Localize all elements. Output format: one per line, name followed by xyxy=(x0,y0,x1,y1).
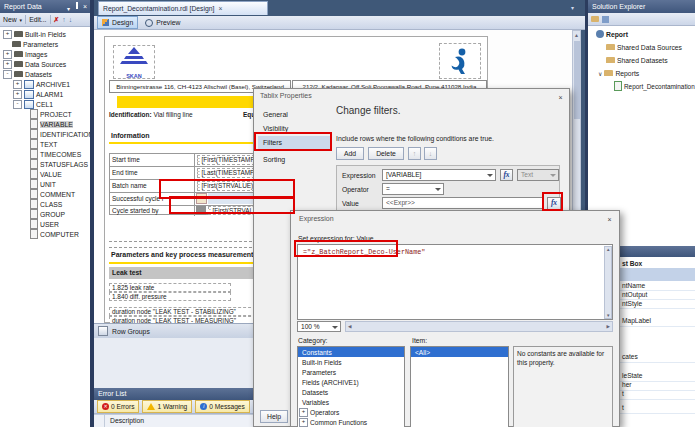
errors-filter-button[interactable]: ✕ 0 Errors xyxy=(97,400,139,413)
property-row[interactable]: t xyxy=(622,404,624,411)
tree-item-group[interactable]: GROUP xyxy=(0,209,90,219)
expander-icon[interactable]: + xyxy=(3,50,12,59)
properties-icon[interactable] xyxy=(602,16,609,23)
move-down-button[interactable]: ↓ xyxy=(424,147,437,160)
tree-item-computer[interactable]: COMPUTER xyxy=(0,229,90,239)
nav-general[interactable]: General xyxy=(258,108,332,121)
close-icon[interactable]: × xyxy=(603,214,616,225)
nav-sorting[interactable]: Sorting xyxy=(258,153,332,166)
scroll-up-icon[interactable]: ▲ xyxy=(606,247,610,252)
tree-item-alarm1[interactable]: +ALARM1 xyxy=(0,89,90,99)
close-icon[interactable]: × xyxy=(554,92,567,103)
move-up-button[interactable]: ↑ xyxy=(408,147,421,160)
document-tab[interactable]: Report_Decontamination.rdl [Design] × xyxy=(98,1,268,15)
logo-cell-left[interactable]: SKAN xyxy=(113,45,155,79)
property-row[interactable]: leState xyxy=(622,372,643,379)
design-tab-button[interactable]: Design xyxy=(97,16,138,29)
add-button[interactable]: Add xyxy=(336,147,364,160)
close-icon[interactable]: × xyxy=(83,0,87,13)
category-item-operators[interactable]: +Operators xyxy=(298,407,404,417)
tab-close-icon[interactable]: × xyxy=(218,5,222,12)
scroll-down-icon[interactable]: ▼ xyxy=(606,313,610,318)
category-item-datasets[interactable]: Datasets xyxy=(298,387,404,397)
tree-item-parameters[interactable]: Parameters xyxy=(0,39,90,49)
move-down-icon[interactable]: ↓ xyxy=(69,16,72,23)
property-row[interactable]: ntOutput xyxy=(622,291,647,298)
tab-overflow-icon[interactable]: ▾ xyxy=(571,4,574,11)
tree-item-unit[interactable]: UNIT xyxy=(0,179,90,189)
tree-item-cel1[interactable]: -CEL1 xyxy=(0,99,90,109)
tree-item-value[interactable]: VALUE xyxy=(0,169,90,179)
expander-icon[interactable]: - xyxy=(13,100,22,109)
scroll-left-icon[interactable]: ◀ xyxy=(348,324,351,329)
solution-item-shared-data-sources[interactable]: Shared Data Sources xyxy=(588,42,695,52)
solution-explorer-titlebar[interactable]: Solution Explorer xyxy=(588,0,695,13)
delete-button[interactable]: Delete xyxy=(368,147,404,160)
tree-item-variable[interactable]: VARIABLE xyxy=(0,119,90,129)
expander-icon[interactable]: + xyxy=(13,90,22,99)
messages-filter-button[interactable]: i 0 Messages xyxy=(195,400,250,413)
tree-item-archive1[interactable]: +ARCHIVE1 xyxy=(0,79,90,89)
tree-item-project[interactable]: PROJECT xyxy=(0,109,90,119)
tree-item-user[interactable]: USER xyxy=(0,219,90,229)
delete-icon[interactable]: ✗ xyxy=(54,16,60,24)
edit-button[interactable]: Edit... xyxy=(29,16,46,23)
pin-icon[interactable] xyxy=(76,2,78,9)
item-all[interactable]: <All> xyxy=(411,347,508,357)
description-column-header[interactable]: Description xyxy=(110,415,144,427)
code-hscrollbar[interactable]: ◀ ▶ xyxy=(345,321,613,332)
expression-fx-button[interactable]: fx xyxy=(500,169,513,181)
chevron-down-icon[interactable]: ▾ xyxy=(20,17,23,23)
property-row[interactable]: t xyxy=(622,390,624,397)
scroll-up-icon[interactable]: ▲ xyxy=(574,32,579,38)
tree-item-comment[interactable]: COMMENT xyxy=(0,189,90,199)
scroll-right-icon[interactable]: ▶ xyxy=(607,324,610,329)
logo-cell-right[interactable] xyxy=(439,43,481,79)
category-item-variables[interactable]: Variables xyxy=(298,397,404,407)
expander-icon[interactable]: - xyxy=(3,70,12,79)
property-row[interactable]: cates xyxy=(622,353,638,360)
tree-item-built-in-fields[interactable]: +Built-in Fields xyxy=(0,29,90,39)
solution-item-report[interactable]: Report xyxy=(588,29,695,39)
tree-item-datasets[interactable]: -Datasets xyxy=(0,69,90,79)
show-all-files-icon[interactable] xyxy=(591,16,599,22)
expander-icon[interactable]: + xyxy=(299,418,308,427)
property-row[interactable]: ntName xyxy=(622,282,645,289)
zoom-combo[interactable]: 100 % xyxy=(297,321,341,332)
category-item-parameters[interactable]: Parameters xyxy=(298,367,404,377)
new-button[interactable]: New xyxy=(3,16,17,23)
tree-item-images[interactable]: +Images xyxy=(0,49,90,59)
tree-item-data-sources[interactable]: +Data Sources xyxy=(0,59,90,69)
category-item-fields-archive1[interactable]: Fields (ARCHIVE1) xyxy=(298,377,404,387)
expander-icon[interactable]: + xyxy=(299,408,308,417)
tree-item-statusflags[interactable]: STATUSFLAGS xyxy=(0,159,90,169)
code-vscrollbar[interactable]: ▲ ▼ xyxy=(604,246,612,319)
scrollbar-thumb[interactable] xyxy=(574,41,580,119)
value-input[interactable]: <<Expr>> xyxy=(382,197,544,209)
help-button[interactable]: Help xyxy=(260,410,288,423)
item-list[interactable]: <All> xyxy=(410,346,509,427)
tree-item-timecomes[interactable]: TIMECOMES xyxy=(0,149,90,159)
leak-row[interactable]: 1.840 diff. pressure xyxy=(109,292,231,301)
category-item-common-functions[interactable]: +Common Functions xyxy=(298,417,404,427)
property-row[interactable]: her xyxy=(622,381,632,388)
warnings-filter-button[interactable]: 1 Warning xyxy=(142,400,192,413)
category-item-built-in-fields[interactable]: Built-in Fields xyxy=(298,357,404,367)
category-item-constants[interactable]: Constants xyxy=(298,347,404,357)
property-row[interactable]: ntStyle xyxy=(622,300,642,307)
category-list[interactable]: Constants Built-in Fields Parameters Fie… xyxy=(297,346,405,427)
move-up-icon[interactable]: ↑ xyxy=(62,16,65,23)
tree-item-text[interactable]: TEXT xyxy=(0,139,90,149)
preview-tab-button[interactable]: Preview xyxy=(141,19,184,27)
expander-open-icon[interactable]: ∨ xyxy=(598,70,602,77)
expander-icon[interactable]: + xyxy=(3,30,12,39)
duration-row[interactable]: duration node "LEAK TEST - STABILIZING" xyxy=(109,307,261,316)
solution-item-reports[interactable]: ∨Reports xyxy=(588,68,695,78)
property-row[interactable]: MapLabel xyxy=(622,317,651,324)
expression-combo[interactable]: [VARIABLE] xyxy=(382,169,496,181)
operator-combo[interactable]: = xyxy=(382,183,444,195)
tree-item-identification[interactable]: IDENTIFICATION xyxy=(0,129,90,139)
tree-item-class[interactable]: CLASS xyxy=(0,199,90,209)
expander-icon[interactable]: + xyxy=(3,60,12,69)
solution-item-report-rdl[interactable]: Report_Decontamination.rdl xyxy=(588,81,695,91)
